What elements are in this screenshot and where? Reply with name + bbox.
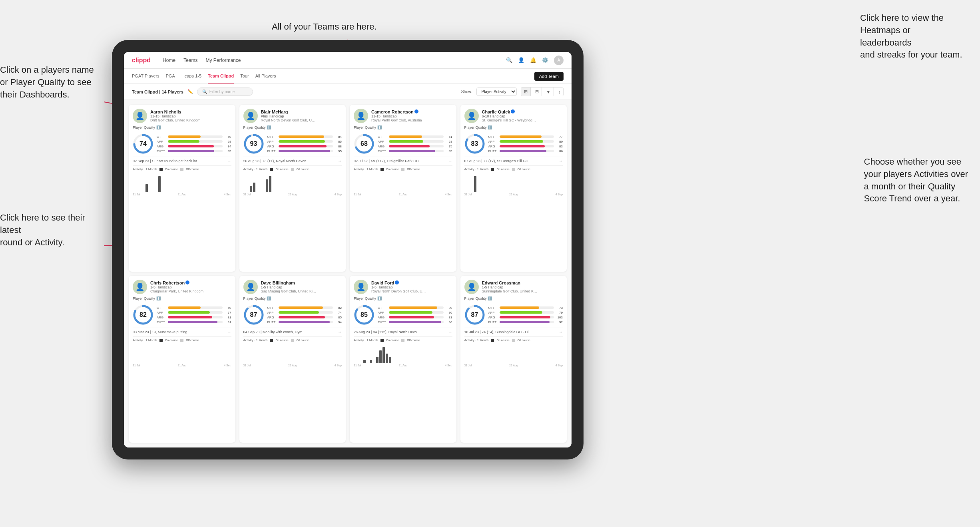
round-info[interactable]: 26 Aug 23 | 84 (+12), Royal North Devon … bbox=[354, 328, 452, 334]
add-team-button[interactable]: Add Team bbox=[534, 72, 564, 81]
player-header: 👤 Cameron Robertson 11-15 Handicap Royal… bbox=[354, 109, 452, 123]
chart-x-label: 31 Jul bbox=[243, 193, 251, 196]
player-handicap: 1-5 Handicap bbox=[371, 285, 427, 289]
nav-my-performance[interactable]: My Performance bbox=[205, 58, 241, 63]
player-name[interactable]: Dave Billingham bbox=[261, 280, 317, 285]
player-club: Sag Maging Golf Club, United Kingdom bbox=[261, 289, 317, 293]
sort-button[interactable]: ↕ bbox=[556, 88, 564, 96]
stat-row: PUTT 86 bbox=[488, 149, 563, 153]
chart-x-labels: 31 Jul21 Aug4 Sep bbox=[354, 364, 452, 367]
stat-bar-bg bbox=[168, 150, 223, 152]
score-number: 82 bbox=[139, 311, 147, 318]
stat-row: PUTT 95 bbox=[267, 149, 342, 153]
score-circle[interactable]: 68 bbox=[354, 133, 374, 154]
player-card[interactable]: 👤 Aaron Nicholls 11-15 Handicap Drift Go… bbox=[129, 105, 235, 272]
stat-row: ARG 75 bbox=[378, 145, 452, 148]
round-info[interactable]: 03 Mar 23 | 19, Must make putting → bbox=[133, 328, 231, 334]
round-info[interactable]: 02 Jul 23 | 59 (+17), Craigmillar Park G… bbox=[354, 157, 452, 163]
player-name[interactable]: Aaron Nicholls bbox=[150, 109, 201, 114]
chart-bar bbox=[269, 176, 271, 192]
grid-view-button[interactable]: ⊞ bbox=[521, 88, 531, 96]
player-name[interactable]: Edward Crossman bbox=[482, 280, 538, 285]
round-arrow-icon: → bbox=[227, 159, 231, 163]
avatar[interactable]: A bbox=[554, 56, 564, 65]
score-circle[interactable]: 85 bbox=[354, 304, 374, 325]
player-name[interactable]: David Ford bbox=[371, 280, 427, 285]
score-circle[interactable]: 87 bbox=[464, 304, 485, 325]
score-circle[interactable]: 93 bbox=[243, 133, 264, 154]
list-view-button[interactable]: ⊟ bbox=[532, 88, 542, 96]
round-info[interactable]: 04 Sep 23 | Mobility with coach, Gym → bbox=[243, 328, 342, 334]
search-icon-small: 🔍 bbox=[202, 89, 207, 94]
person-icon[interactable]: 👤 bbox=[518, 57, 524, 64]
round-arrow-icon: → bbox=[338, 159, 342, 163]
stat-bar-fill bbox=[500, 321, 550, 323]
off-course-legend bbox=[180, 168, 183, 171]
score-circle[interactable]: 83 bbox=[464, 133, 485, 154]
tab-all-players[interactable]: All Players bbox=[255, 69, 276, 84]
player-card[interactable]: 👤 Cameron Robertson 11-15 Handicap Royal… bbox=[350, 105, 456, 272]
stat-label: APP bbox=[488, 140, 498, 143]
player-card[interactable]: 👤 Edward Crossman 1-5 Handicap Sunningda… bbox=[460, 276, 567, 443]
edit-icon[interactable]: ✏️ bbox=[187, 89, 193, 94]
chart-header: Activity · 1 Month On course Off course bbox=[464, 167, 563, 171]
chart-x-label: 31 Jul bbox=[464, 364, 472, 367]
stat-row: APP 85 bbox=[267, 140, 342, 143]
chart-x-label: 31 Jul bbox=[464, 193, 472, 196]
round-info[interactable]: 07 Aug 23 | 77 (+7), St George's Hill GC… bbox=[464, 157, 563, 163]
player-name[interactable]: Charlie Quick bbox=[482, 109, 538, 114]
stat-value: 85 bbox=[224, 149, 231, 153]
chart-x-label: 31 Jul bbox=[354, 193, 361, 196]
search-box[interactable]: 🔍 Filter by name bbox=[197, 88, 253, 96]
tab-tour[interactable]: Tour bbox=[240, 69, 249, 84]
round-info[interactable]: 18 Jul 23 | 74 (+4), Sunningdale GC - Ol… bbox=[464, 328, 563, 334]
stat-bar-fill bbox=[279, 145, 327, 147]
stat-bar-bg bbox=[500, 140, 554, 143]
nav-home[interactable]: Home bbox=[163, 58, 175, 63]
stat-bar-bg bbox=[279, 150, 333, 152]
show-select[interactable]: Player Activity bbox=[476, 88, 517, 96]
stat-label: ARG bbox=[267, 316, 277, 319]
filter-button[interactable]: ▼ bbox=[544, 88, 554, 96]
stat-label: OTT bbox=[378, 306, 387, 310]
tab-hcaps[interactable]: Hcaps 1-5 bbox=[181, 69, 201, 84]
player-card[interactable]: 👤 Dave Billingham 1-5 Handicap Sag Magin… bbox=[239, 276, 346, 443]
tab-pga[interactable]: PGA bbox=[166, 69, 175, 84]
chart-x-label: 31 Jul bbox=[354, 364, 361, 367]
nav-teams[interactable]: Teams bbox=[183, 58, 197, 63]
stat-bar-fill bbox=[500, 306, 540, 309]
round-info[interactable]: 26 Aug 23 | 73 (+1), Royal North Devon G… bbox=[243, 157, 342, 163]
stat-label: APP bbox=[157, 140, 166, 143]
player-card[interactable]: 👤 Blair McHarg Plus Handicap Royal North… bbox=[239, 105, 346, 272]
round-info[interactable]: 02 Sep 23 | Sunset round to get back int… bbox=[133, 157, 231, 163]
chart-bar bbox=[266, 179, 268, 192]
quality-section: 74 OTT 60 APP bbox=[133, 133, 231, 154]
search-icon[interactable]: 🔍 bbox=[506, 57, 512, 64]
player-card[interactable]: 👤 David Ford 1-5 Handicap Royal North De… bbox=[350, 276, 456, 443]
chart-x-labels: 31 Jul21 Aug4 Sep bbox=[243, 193, 342, 196]
stat-row: APP 77 bbox=[157, 311, 231, 314]
player-card[interactable]: 👤 Charlie Quick 6-10 Handicap St. George… bbox=[460, 105, 567, 272]
bell-icon[interactable]: 🔔 bbox=[530, 57, 536, 64]
player-name[interactable]: Chris Robertson bbox=[150, 280, 203, 285]
settings-icon[interactable]: ⚙️ bbox=[542, 57, 548, 64]
player-info: Edward Crossman 1-5 Handicap Sunningdale… bbox=[482, 280, 538, 293]
round-arrow-icon: → bbox=[559, 330, 563, 334]
tab-team-clippd[interactable]: Team Clippd bbox=[208, 69, 234, 84]
player-card[interactable]: 👤 Chris Robertson 1-5 Handicap Craigmill… bbox=[129, 276, 235, 443]
sub-nav: PGAT Players PGA Hcaps 1-5 Team Clippd T… bbox=[124, 69, 572, 84]
tab-pgat-players[interactable]: PGAT Players bbox=[132, 69, 159, 84]
score-circle[interactable]: 82 bbox=[133, 304, 153, 325]
quality-section: 83 OTT 77 APP bbox=[464, 133, 563, 154]
off-course-legend bbox=[180, 339, 183, 342]
score-circle[interactable]: 74 bbox=[133, 133, 153, 154]
stat-bar-bg bbox=[279, 135, 333, 138]
stat-label: PUTT bbox=[378, 320, 387, 324]
off-course-legend bbox=[291, 339, 294, 342]
player-club: Royal North Devon Golf Club, United Kin.… bbox=[261, 118, 317, 122]
player-name[interactable]: Blair McHarg bbox=[261, 109, 317, 114]
chart-title: Activity · 1 Month bbox=[133, 167, 157, 171]
stat-bar-fill bbox=[168, 135, 201, 138]
player-name[interactable]: Cameron Robertson bbox=[371, 109, 422, 114]
score-circle[interactable]: 87 bbox=[243, 304, 264, 325]
